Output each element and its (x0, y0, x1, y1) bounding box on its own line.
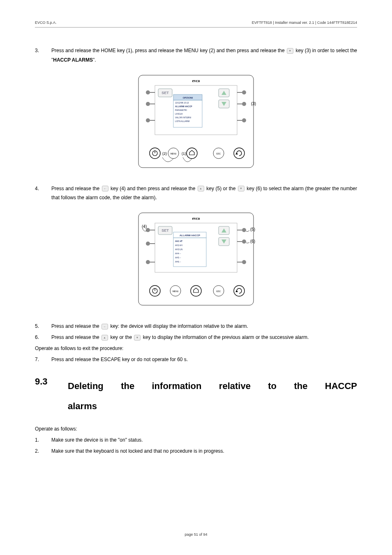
header-left: EVCO S.p.A. (35, 21, 57, 25)
svg-text:ESC: ESC (217, 152, 221, 155)
svg-point-18 (146, 90, 150, 94)
figure-2-container: evco SET ALLARMI HACCP AH1 HT AH2 AH AH3… (35, 211, 357, 309)
step-4: 4. Press and release the key (4) and the… (35, 184, 357, 203)
svg-text:LISTA ALLARMI: LISTA ALLARMI (175, 120, 190, 122)
svg-text:ALLARMI HACCP: ALLARMI HACCP (180, 234, 200, 237)
down-key-icon (238, 186, 244, 191)
svg-point-71 (242, 260, 246, 264)
svg-point-65 (146, 260, 150, 264)
svg-point-69 (242, 240, 246, 244)
svg-point-67 (242, 228, 246, 232)
step-number: 5. (35, 322, 51, 331)
svg-point-22 (146, 118, 150, 122)
svg-text:MENU: MENU (171, 152, 177, 155)
svg-point-81 (191, 286, 201, 296)
svg-text:LINGUA: LINGUA (175, 113, 183, 115)
step-text: Make sure that the keyboard is not locke… (51, 447, 357, 456)
svg-text:AH4 --: AH4 -- (175, 252, 181, 255)
svg-marker-85 (235, 290, 238, 292)
up-key-icon (101, 335, 108, 341)
step-9-3-1: 1. Make sure the device is in the "on" s… (35, 435, 357, 445)
svg-text:PARAMETRI: PARAMETRI (175, 109, 187, 111)
section-heading-9-3: 9.3 Deleting the information relative to… (35, 376, 357, 416)
step-7: 7. Press and release the ESCAPE key or d… (35, 355, 357, 364)
svg-text:AH1 HT: AH1 HT (175, 240, 182, 242)
svg-text:ESC: ESC (217, 290, 221, 292)
step-text: Press and release the key (4) and then p… (51, 184, 357, 203)
svg-text:MENU: MENU (173, 290, 179, 292)
device-illustration-2: evco SET ALLARMI HACCP AH1 HT AH2 AH AH3… (134, 211, 258, 309)
step-9-3-2: 2. Make sure that the keyboard is not lo… (35, 447, 357, 456)
svg-text:SET: SET (161, 228, 169, 233)
step-number: 6. (35, 333, 51, 342)
svg-text:(5): (5) (250, 227, 255, 232)
step-text: Press and release the HOME key (1), pres… (51, 46, 357, 65)
svg-text:ALLARMI HACCP: ALLARMI HACCP (175, 105, 192, 108)
operate-intro: Operate as follows: (35, 424, 357, 434)
svg-text:(4): (4) (142, 224, 147, 229)
svg-text:AH2 AH: AH2 AH (175, 244, 182, 246)
svg-text:(1): (1) (182, 152, 186, 156)
step-text: Press and release the key: the device wi… (51, 322, 357, 331)
svg-point-28 (242, 118, 246, 122)
svg-text:AH6 --: AH6 -- (175, 260, 181, 263)
page-header: EVCO S.p.A. EVFTFT818 | Installer manual… (35, 21, 357, 28)
step-text: Press and release the ESCAPE key or do n… (51, 355, 357, 364)
header-right: EVFTFT818 | Installer manual ver. 2.1 | … (252, 21, 357, 25)
step-6: 6. Press and release the key or the key … (35, 333, 357, 342)
step-3: 3. Press and release the HOME key (1), p… (35, 46, 357, 65)
step-number: 7. (35, 355, 51, 364)
step-number: 2. (35, 447, 51, 456)
svg-text:(3): (3) (251, 101, 256, 106)
svg-text:AH5 --: AH5 -- (175, 256, 181, 259)
left-key-icon (101, 324, 108, 329)
svg-point-24 (242, 90, 246, 94)
svg-text:13/12/98 10:13: 13/12/98 10:13 (175, 101, 189, 104)
svg-point-20 (146, 102, 150, 106)
svg-text:(6): (6) (250, 239, 255, 244)
down-key-icon (287, 48, 293, 54)
svg-text:SET: SET (161, 91, 169, 95)
svg-text:OPZIONI: OPZIONI (183, 97, 193, 99)
section-title: Deleting the information relative to the… (68, 376, 357, 416)
svg-point-26 (242, 102, 246, 106)
svg-point-36 (187, 148, 197, 159)
svg-text:evco: evco (192, 216, 200, 221)
exit-intro: Operate as follows to exit the procedure… (35, 344, 357, 353)
step-text: Make sure the device is in the "on" stat… (51, 435, 357, 445)
svg-text:AH3 UN: AH3 UN (175, 248, 183, 251)
svg-text:VALORI INTERNI: VALORI INTERNI (175, 116, 191, 119)
svg-text:(2): (2) (162, 152, 167, 156)
step-text: Press and release the key or the key to … (51, 333, 357, 342)
step-number: 1. (35, 435, 51, 445)
svg-point-84 (234, 286, 244, 296)
step-5: 5. Press and release the key: the device… (35, 322, 357, 331)
down-key-icon (134, 335, 141, 341)
left-key-icon (102, 186, 108, 191)
step-number: 4. (35, 184, 51, 193)
step-number: 3. (35, 46, 51, 55)
page-footer: page 51 of 94 (0, 532, 392, 537)
svg-text:evco: evco (192, 78, 200, 83)
svg-point-63 (146, 242, 150, 246)
svg-point-39 (234, 148, 244, 159)
up-key-icon (198, 186, 204, 191)
svg-marker-40 (235, 152, 238, 154)
figure-1-container: evco SET OPZIONI 13/12/98 10:13 ALLARMI … (35, 73, 357, 172)
device-illustration-1: evco SET OPZIONI 13/12/98 10:13 ALLARMI … (134, 73, 258, 172)
section-number: 9.3 (35, 376, 68, 416)
